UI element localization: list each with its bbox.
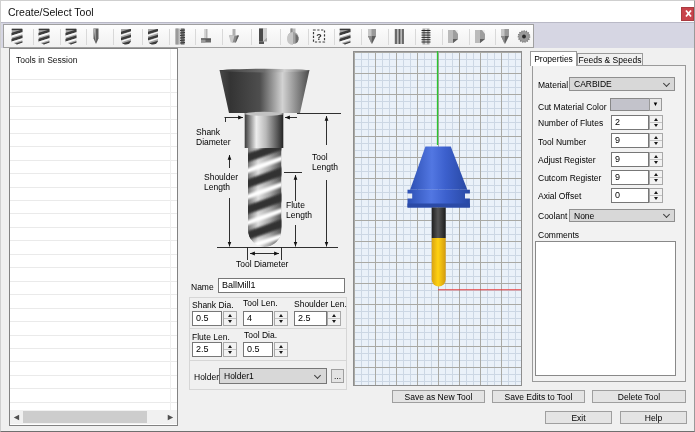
svg-text:Shoulder: Shoulder [204, 172, 238, 182]
svg-text:Shank: Shank [196, 127, 221, 137]
svg-text:?: ? [316, 32, 322, 42]
svg-text:Flute: Flute [286, 200, 305, 210]
svg-text:Length: Length [204, 182, 230, 192]
svg-text:Length: Length [312, 162, 338, 172]
svg-text:Length: Length [286, 210, 312, 220]
svg-text:Tool Diameter: Tool Diameter [236, 259, 289, 269]
svg-text:Diameter: Diameter [196, 137, 231, 147]
svg-text:Tool: Tool [312, 152, 328, 162]
